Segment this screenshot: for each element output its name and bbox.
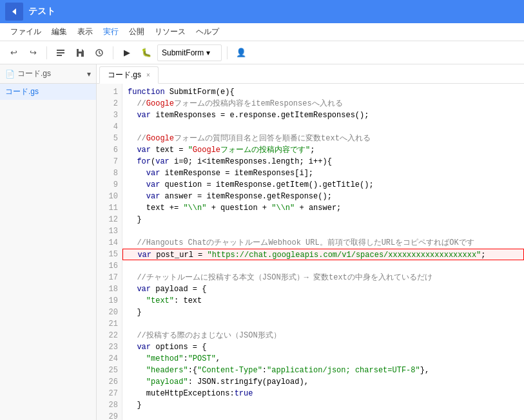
menu-run[interactable]: 実行: [98, 25, 124, 39]
code-line-12: }: [122, 214, 524, 225]
sidebar-file-name: コード.gs: [17, 68, 51, 79]
code-line-20: }: [122, 307, 524, 318]
code-line-9: var question = itemResponse.getItem().ge…: [122, 179, 524, 191]
code-line-18: var payload = {: [122, 283, 524, 295]
menu-bar: ファイル 編集 表示 実行 公開 リソース ヘルプ: [0, 23, 524, 41]
menu-view[interactable]: 表示: [72, 25, 98, 39]
redo-button[interactable]: ↪: [24, 44, 41, 61]
app-title: テスト: [28, 6, 55, 17]
code-line-16: [122, 260, 524, 272]
menu-edit[interactable]: 編集: [46, 25, 72, 39]
code-line-7: for(var i=0; i<itemResponses.length; i++…: [122, 156, 524, 167]
sidebar-file-icon: 📄: [5, 70, 15, 79]
code-line-2: //Googleフォームの投稿内容をitemResponsesへ入れる: [122, 98, 524, 110]
sidebar-chevron: ▾: [87, 70, 91, 79]
code-line-24: "method":"POST",: [122, 353, 524, 365]
title-bar: テスト: [0, 0, 524, 23]
code-line-26: "payload": JSON.stringify(payload),: [122, 376, 524, 388]
code-line-11: text += "\\n" + question + "\\n" + answe…: [122, 202, 524, 214]
code-line-3: var itemResponses = e.response.getItemRe…: [122, 110, 524, 121]
svg-marker-0: [12, 8, 16, 15]
format-button[interactable]: [52, 44, 69, 61]
separator-3: [227, 46, 228, 59]
toolbar: ↩ ↪ ▶ 🐛 SubmitForm ▾ 👤: [0, 41, 524, 64]
history-button[interactable]: [91, 44, 108, 61]
function-name: SubmitForm: [162, 48, 204, 57]
code-line-19: "text": text: [122, 295, 524, 307]
back-arrow[interactable]: [5, 3, 23, 21]
code-content: function SubmitForm(e){ //Googleフォームの投稿内…: [122, 84, 524, 420]
separator-2: [113, 46, 113, 59]
code-line-14: //Hangouts ChatのチャットルームWebhook URL。前項で取得…: [122, 237, 524, 249]
menu-help[interactable]: ヘルプ: [191, 25, 224, 39]
tab-close-icon[interactable]: ×: [146, 72, 150, 79]
code-line-13: [122, 225, 524, 237]
undo-button[interactable]: ↩: [5, 44, 22, 61]
function-selector[interactable]: SubmitForm ▾: [157, 44, 222, 61]
code-line-29: [122, 411, 524, 420]
tabs-bar: コード.gs ×: [97, 64, 524, 84]
tab-label: コード.gs: [108, 70, 141, 81]
code-line-22: //投稿する際のおまじない（JSON形式）: [122, 330, 524, 341]
code-line-15: var post_url = "https://chat.googleapis.…: [122, 249, 524, 260]
code-editor[interactable]: 1 2 3 4 5 6 7 8 9 10 11 12 13 14 15 16 1…: [97, 84, 524, 420]
code-line-10: var answer = itemResponse.getResponse();: [122, 191, 524, 202]
dropdown-arrow: ▾: [206, 48, 217, 57]
code-line-27: muteHttpExceptions:true: [122, 388, 524, 399]
separator-1: [46, 46, 47, 59]
code-line-17: //チャットルームに投稿する本文（JSON形式）→ 変数textの中身を入れてい…: [122, 272, 524, 283]
code-line-25: "headers":{"Content-Type":"application/j…: [122, 365, 524, 376]
menu-publish[interactable]: 公開: [124, 25, 150, 39]
line-numbers: 1 2 3 4 5 6 7 8 9 10 11 12 13 14 15 16 1…: [97, 84, 122, 420]
main-layout: 📄 コード.gs ▾ コード.gs コード.gs × 1 2 3 4 5 6: [0, 64, 524, 420]
svg-rect-2: [57, 52, 64, 53]
run-button[interactable]: ▶: [119, 44, 135, 61]
svg-rect-3: [57, 55, 62, 56]
code-line-21: [122, 318, 524, 330]
code-line-1: function SubmitForm(e){: [122, 86, 524, 98]
account-button[interactable]: 👤: [233, 44, 249, 61]
svg-rect-1: [57, 50, 64, 51]
menu-file[interactable]: ファイル: [5, 25, 46, 39]
sidebar-item-code[interactable]: コード.gs: [0, 84, 96, 100]
editor-area: コード.gs × 1 2 3 4 5 6 7 8 9 10 11 12 13 1…: [97, 64, 524, 420]
tab-code-gs[interactable]: コード.gs ×: [99, 66, 159, 84]
sidebar-header: 📄 コード.gs ▾: [0, 64, 96, 84]
code-line-5: //Googleフォームの質問項目名と回答を順番に変数textへ入れる: [122, 133, 524, 144]
debug-button[interactable]: 🐛: [138, 44, 155, 61]
code-line-8: var itemResponse = itemResponses[i];: [122, 167, 524, 179]
menu-resources[interactable]: リソース: [150, 25, 191, 39]
code-line-28: }: [122, 399, 524, 411]
sidebar: 📄 コード.gs ▾ コード.gs: [0, 64, 97, 420]
save-button[interactable]: [72, 44, 88, 61]
code-line-4: [122, 121, 524, 133]
sidebar-item-label: コード.gs: [5, 86, 39, 97]
code-line-6: var text = "Googleフォームの投稿内容です";: [122, 144, 524, 156]
code-line-23: var options = {: [122, 341, 524, 353]
